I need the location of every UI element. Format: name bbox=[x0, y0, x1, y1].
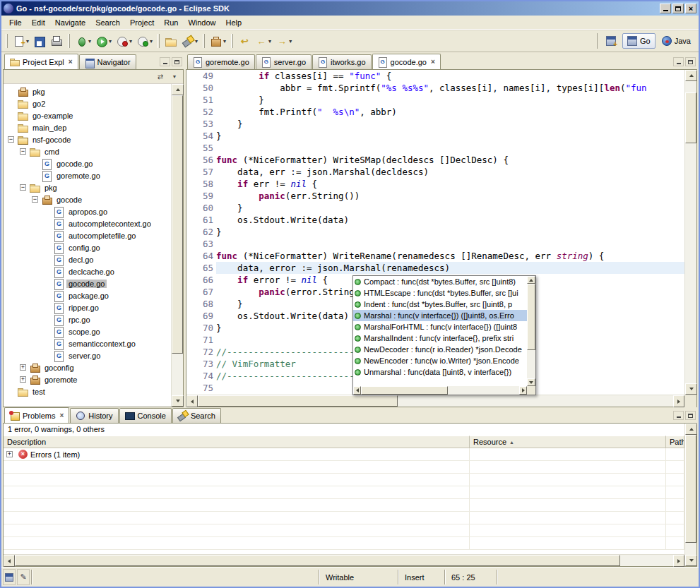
forward-dropdown-icon[interactable]: ▾ bbox=[289, 38, 292, 44]
view-tab-problems[interactable]: Problems× bbox=[4, 407, 69, 423]
new-package-button[interactable]: ▾ bbox=[208, 32, 228, 49]
editor-tab-gocode-go[interactable]: gocode.go× bbox=[372, 54, 441, 69]
editor-minimize-button[interactable] bbox=[673, 57, 684, 66]
view-tab-history[interactable]: History bbox=[70, 408, 118, 423]
forward-button[interactable]: →▾ bbox=[273, 32, 294, 49]
autocomplete-item[interactable]: NewEncoder : func(w io.Writer) *json.Enc… bbox=[353, 355, 527, 366]
tree-item-goconfig[interactable]: +goconfig bbox=[4, 361, 171, 373]
tree-item-declcache-go[interactable]: declcache.go bbox=[4, 265, 171, 277]
tree-item-main-dep[interactable]: main_dep bbox=[4, 121, 171, 133]
collapsed-expander-icon[interactable]: + bbox=[6, 451, 16, 457]
menu-navigate[interactable]: Navigate bbox=[50, 17, 90, 28]
panel-maximize-button[interactable] bbox=[685, 411, 696, 420]
code-line[interactable]: } bbox=[216, 226, 684, 238]
scroll-left-button[interactable] bbox=[353, 386, 361, 395]
scroll-thumb[interactable] bbox=[685, 92, 696, 143]
run-external-button[interactable]: ▾ bbox=[114, 32, 134, 49]
debug-dropdown-icon[interactable]: ▾ bbox=[88, 38, 91, 44]
scroll-thumb[interactable] bbox=[15, 555, 620, 566]
menu-file[interactable]: File bbox=[4, 17, 27, 28]
code-line[interactable] bbox=[216, 142, 684, 154]
scroll-thumb[interactable] bbox=[198, 395, 398, 407]
open-perspective-button[interactable] bbox=[601, 33, 621, 49]
code-line[interactable]: os.Stdout.Write(data) bbox=[216, 214, 684, 226]
menu-project[interactable]: Project bbox=[125, 17, 159, 28]
scroll-left-button[interactable] bbox=[4, 555, 15, 567]
link-editor-icon[interactable]: ⇄ bbox=[155, 73, 166, 80]
run-button[interactable]: ▾ bbox=[93, 32, 114, 49]
search-button[interactable]: ▾ bbox=[179, 32, 200, 49]
tree-item-decl-go[interactable]: decl.go bbox=[4, 253, 171, 265]
last-edit-button[interactable]: ↩ bbox=[236, 32, 253, 49]
autocomplete-item[interactable]: NewDecoder : func(r io.Reader) *json.Dec… bbox=[353, 344, 527, 355]
popup-hscrollbar[interactable] bbox=[353, 386, 527, 395]
scroll-thumb[interactable] bbox=[527, 284, 535, 350]
tree-item-apropos-go[interactable]: apropos.go bbox=[4, 205, 171, 217]
editor-hscrollbar[interactable] bbox=[186, 395, 696, 407]
run-dropdown-icon[interactable]: ▾ bbox=[109, 38, 112, 44]
table-row[interactable]: +Errors (1 item) bbox=[4, 448, 684, 461]
expanded-expander-icon[interactable]: − bbox=[20, 148, 29, 155]
close-icon[interactable]: × bbox=[69, 58, 73, 66]
tree-item-gocode-go[interactable]: gocode.go bbox=[4, 277, 171, 289]
autocomplete-item[interactable]: MarshalIndent : func(v interface{}, pref… bbox=[353, 332, 527, 344]
tree-item-autocompletecontext-go[interactable]: autocompletecontext.go bbox=[4, 217, 171, 229]
scroll-right-button[interactable] bbox=[519, 386, 527, 395]
scroll-right-button[interactable] bbox=[673, 395, 684, 407]
expanded-expander-icon[interactable]: − bbox=[20, 184, 29, 191]
autocomplete-item[interactable]: Unmarshal : func(data []uint8, v interfa… bbox=[353, 366, 527, 378]
menu-help[interactable]: Help bbox=[221, 17, 247, 28]
collapsed-expander-icon[interactable]: + bbox=[20, 376, 29, 383]
scroll-left-button[interactable] bbox=[186, 395, 198, 407]
minimize-button[interactable] bbox=[660, 4, 671, 13]
open-folder-button[interactable] bbox=[162, 32, 179, 49]
autocomplete-item[interactable]: Compact : func(dst *bytes.Buffer, src []… bbox=[353, 276, 527, 287]
code-line[interactable]: data, error := json.Marshal(renamedescs) bbox=[216, 262, 684, 274]
editor-tab-goremote-go[interactable]: goremote.go bbox=[187, 54, 255, 69]
menu-search[interactable]: Search bbox=[90, 17, 125, 28]
autocomplete-item[interactable]: MarshalForHTML : func(v interface{}) ([]… bbox=[353, 321, 527, 332]
scroll-down-button[interactable] bbox=[172, 395, 184, 407]
view-tab-project-expl[interactable]: Project Expl× bbox=[4, 54, 78, 69]
code-line[interactable]: fmt.Printf(" %s\n", abbr) bbox=[216, 106, 684, 118]
tree-item-go-example[interactable]: go-example bbox=[4, 109, 171, 121]
tree-item-test[interactable]: test bbox=[4, 385, 171, 397]
tree-item-autocompletefile-go[interactable]: autocompletefile.go bbox=[4, 229, 171, 241]
code-line[interactable]: data, err := json.Marshal(decldescs) bbox=[216, 166, 684, 178]
editor-tab-server-go[interactable]: server.go bbox=[256, 54, 312, 69]
view-tab-console[interactable]: Console bbox=[119, 408, 172, 423]
annotation-ruler[interactable] bbox=[186, 70, 196, 395]
autocomplete-item[interactable]: HTMLEscape : func(dst *bytes.Buffer, src… bbox=[353, 287, 527, 299]
tree-item-gocode[interactable]: −gocode bbox=[4, 193, 171, 205]
expanded-expander-icon[interactable]: − bbox=[32, 196, 41, 203]
close-icon[interactable]: × bbox=[431, 58, 435, 66]
scroll-up-button[interactable] bbox=[172, 84, 184, 95]
scroll-thumb[interactable] bbox=[361, 386, 448, 395]
save-button[interactable] bbox=[31, 32, 48, 49]
scroll-down-button[interactable] bbox=[685, 555, 697, 566]
tree-item-config-go[interactable]: config.go bbox=[4, 241, 171, 253]
tree-item-pkg[interactable]: −pkg bbox=[4, 181, 171, 193]
scroll-right-button[interactable] bbox=[673, 555, 684, 567]
scroll-up-button[interactable] bbox=[685, 70, 697, 81]
perspective-go[interactable]: Go bbox=[622, 33, 655, 49]
print-button[interactable] bbox=[48, 32, 65, 49]
editor-mode-icon[interactable]: ✎ bbox=[17, 569, 30, 585]
perspective-java[interactable]: Java bbox=[657, 33, 696, 49]
editor-vscrollbar[interactable] bbox=[684, 70, 696, 395]
debug-button[interactable]: ▾ bbox=[73, 32, 93, 49]
titlebar[interactable]: Go - nsf-gocode/src/pkg/gocode/gocode.go… bbox=[1, 1, 699, 16]
view-minimize-button[interactable] bbox=[160, 57, 170, 66]
tree-item-ripper-go[interactable]: ripper.go bbox=[4, 301, 171, 313]
new-wizard-dropdown-icon[interactable]: ▾ bbox=[26, 38, 29, 44]
column-header-path[interactable]: Path bbox=[666, 436, 684, 448]
code-line[interactable]: func (*NiceFormatter) WriteRename(rename… bbox=[216, 250, 684, 262]
collapsed-expander-icon[interactable]: + bbox=[20, 364, 29, 371]
view-tab-navigator[interactable]: Navigator bbox=[79, 54, 136, 69]
scroll-thumb[interactable] bbox=[172, 95, 183, 354]
close-button[interactable]: × bbox=[685, 4, 696, 13]
menu-edit[interactable]: Edit bbox=[27, 17, 50, 28]
code-line[interactable]: if err != nil { bbox=[216, 178, 684, 190]
new-wizard-button[interactable]: ▾ bbox=[11, 32, 31, 49]
maximize-button[interactable] bbox=[672, 4, 684, 13]
